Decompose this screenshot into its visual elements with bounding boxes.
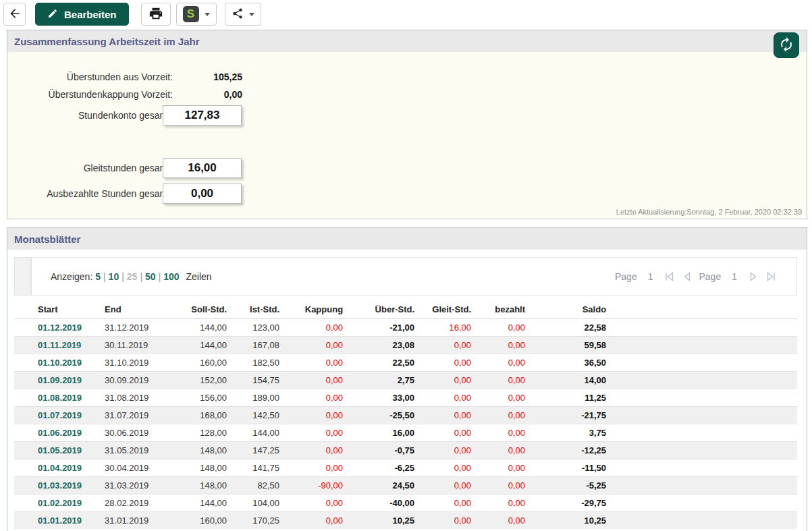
cell-ueber: 2,75 (347, 372, 418, 389)
column-header-filler (610, 300, 797, 319)
cell-start[interactable]: 01.08.2019 (14, 389, 86, 407)
cell-ueber: 33,00 (347, 389, 418, 407)
cell-end: 31.05.2019 (86, 442, 163, 459)
cell-gleit: 0,00 (418, 372, 475, 389)
print-icon (148, 6, 163, 23)
cell-bezahlt: 0,00 (475, 337, 529, 354)
cell-start[interactable]: 01.02.2019 (14, 495, 86, 512)
cell-ist: 142,50 (231, 407, 283, 424)
print-button[interactable] (141, 3, 171, 26)
column-header-end[interactable]: End (86, 300, 163, 319)
cell-end: 31.10.2019 (86, 354, 163, 372)
cell-kappung: 0,00 (283, 389, 347, 407)
column-header-kappung[interactable]: Kappung (283, 300, 347, 319)
cell-start[interactable]: 01.09.2019 (14, 372, 86, 389)
cell-start[interactable]: 01.05.2019 (14, 442, 86, 459)
cell-gleit: 0,00 (418, 495, 475, 512)
first-page-icon[interactable] (664, 271, 675, 282)
page-size-label: Anzeigen: (51, 271, 92, 282)
months-panel-header: Monatsblätter (7, 228, 807, 250)
cell-saldo: -11,50 (529, 459, 610, 477)
cell-ueber: -6,25 (347, 459, 418, 477)
column-header-bezahlt[interactable]: bezahlt (475, 300, 529, 319)
s-app-menu-button[interactable]: S (176, 3, 217, 26)
cell-gleit: 0,00 (418, 407, 475, 424)
summary-panel-title: Zusammenfassung Arbeitszeit im Jahr (14, 36, 200, 47)
pagination: Page 1 Page 1 (615, 271, 776, 282)
table-toolbar: Anzeigen: 5|10|25|50|100 Zeilen Page 1 P… (31, 257, 797, 296)
cell-filler (610, 512, 797, 530)
page-label: Page (699, 271, 722, 282)
cell-soll: 144,00 (163, 319, 231, 337)
cell-bezahlt: 0,00 (475, 442, 529, 459)
cell-bezahlt: 0,00 (475, 354, 529, 372)
cell-start[interactable]: 01.01.2019 (14, 512, 86, 530)
column-header-soll[interactable]: Soll-Std. (163, 300, 231, 319)
field-label: Gleitstunden gesamt: (7, 163, 173, 173)
back-button[interactable] (3, 3, 26, 26)
column-header-saldo[interactable]: Saldo (529, 300, 610, 319)
summary-field-row: Stundenkonto gesamt: 127,83 (7, 105, 291, 125)
cell-ist: 189,00 (231, 389, 283, 407)
page-size-option-5[interactable]: 5 (95, 271, 101, 282)
cell-start[interactable]: 01.07.2019 (14, 407, 86, 424)
separator: | (156, 271, 164, 282)
cell-saldo: 10,25 (529, 512, 610, 530)
cell-ist: 144,00 (231, 424, 283, 442)
cell-start[interactable]: 01.10.2019 (14, 354, 86, 372)
cell-start[interactable]: 01.03.2019 (14, 477, 86, 495)
current-page-number: 1 (728, 271, 741, 282)
field-value: 0,00 (173, 89, 242, 100)
cell-kappung: 0,00 (283, 337, 347, 354)
column-header-start[interactable]: Start (14, 300, 86, 319)
cell-start[interactable]: 01.04.2019 (14, 459, 86, 477)
cell-ueber: -21,00 (347, 319, 418, 337)
cell-kappung: 0,00 (283, 512, 347, 530)
share-menu-button[interactable] (225, 3, 261, 26)
field-label: Ausbezahlte Stunden gesamt: (7, 188, 173, 199)
cell-ist: 182,50 (231, 354, 283, 372)
summary-field-row: Ausbezahlte Stunden gesamt: 0,00 (7, 184, 291, 204)
separator: | (137, 271, 145, 282)
cell-ueber: -0,75 (347, 442, 418, 459)
cell-bezahlt: 0,00 (475, 424, 529, 442)
page-size-option-10[interactable]: 10 (109, 271, 119, 282)
cell-gleit: 0,00 (418, 424, 475, 442)
refresh-button[interactable] (774, 32, 799, 58)
cell-filler (610, 337, 797, 354)
cell-gleit: 16,00 (418, 319, 475, 337)
cell-bezahlt: 0,00 (475, 389, 529, 407)
table-toolbar-left-cell (14, 257, 31, 296)
column-header-ist[interactable]: Ist-Std. (231, 300, 283, 319)
cell-kappung: 0,00 (283, 424, 347, 442)
page-size-option-50[interactable]: 50 (145, 271, 156, 282)
table-header-row: Start End Soll-Std. Ist-Std. Kappung Übe… (14, 300, 797, 319)
previous-page-icon[interactable] (682, 271, 693, 282)
cell-end: 30.09.2019 (86, 372, 163, 389)
cell-gleit: 0,00 (418, 354, 475, 372)
table-row: 01.10.201931.10.2019160,00182,500,0022,5… (14, 354, 797, 372)
column-header-ueber[interactable]: Über-Std. (347, 300, 418, 319)
cell-filler (610, 407, 797, 424)
cell-start[interactable]: 01.11.2019 (14, 337, 86, 354)
field-label: Überstunden aus Vorzeit: (7, 72, 173, 82)
cell-start[interactable]: 01.06.2019 (14, 424, 86, 442)
cell-saldo: 59,58 (529, 337, 610, 354)
cell-end: 28.02.2019 (86, 495, 163, 512)
cell-gleit: 0,00 (418, 477, 475, 495)
cell-ueber: -25,50 (347, 407, 418, 424)
cell-start[interactable]: 01.12.2019 (14, 319, 86, 337)
column-header-gleit[interactable]: Gleit-Std. (418, 300, 475, 319)
chevron-down-icon (205, 13, 210, 16)
field-value: 105,25 (173, 72, 242, 82)
page-size-option-100[interactable]: 100 (163, 271, 179, 282)
edit-button[interactable]: Bearbeiten (35, 3, 129, 26)
field-value-box: 0,00 (163, 184, 242, 204)
last-page-icon[interactable] (765, 271, 776, 282)
cell-bezahlt: 0,00 (475, 512, 529, 530)
months-table: Start End Soll-Std. Ist-Std. Kappung Übe… (14, 300, 797, 529)
cell-bezahlt: 0,00 (475, 459, 529, 477)
next-page-icon[interactable] (748, 271, 759, 282)
field-value-box: 127,83 (163, 105, 242, 125)
cell-soll: 160,00 (163, 512, 231, 530)
